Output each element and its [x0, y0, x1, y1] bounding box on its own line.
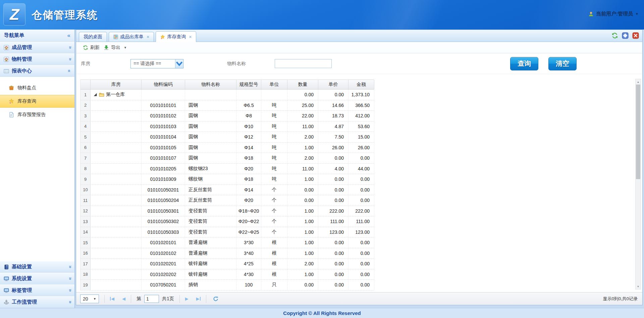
cell-unit-price: 0.00 [318, 280, 348, 290]
sidebar-item-3[interactable]: 库存预警报告 [0, 108, 74, 121]
material-name-input[interactable] [275, 59, 332, 68]
maximize-icon[interactable] [622, 32, 629, 39]
tab-refresh-button[interactable] [611, 32, 618, 40]
sidebar-group-label: 系统设置 [12, 275, 32, 282]
sidebar-group-4[interactable]: 工作流管理« [0, 296, 74, 308]
sidebar-item-label: 库存查询 [17, 98, 36, 104]
cell-unit: 吨 [261, 164, 287, 174]
tab-3[interactable]: 库存查询× [156, 31, 196, 42]
cell-warehouse: 第一仓库 [91, 90, 142, 100]
last-page-button[interactable]: ▶ [196, 296, 201, 301]
sidebar-group-label: 物料管理 [12, 56, 32, 62]
cell-unit: 只 [261, 280, 287, 290]
table-row[interactable]: 170101020201镀锌扁钢4*25根2.000.000.00 [80, 259, 374, 269]
table-row[interactable]: 160101020102普通扁钢3*40根1.000.000.00 [80, 248, 374, 259]
tab-2[interactable]: 成品出库单× [109, 32, 154, 42]
row-number-cell: 15 [80, 237, 91, 248]
table-row[interactable]: 150101020101普通扁钢3*30根1.000.000.00 [80, 237, 374, 248]
table-row[interactable]: 40101010103圆钢Φ10吨11.004.8753.60 [80, 121, 374, 132]
cell-spec: Φ10 [236, 121, 261, 132]
cell-spec: Φ18 [236, 174, 261, 184]
sidebar-item-2[interactable]: 库存查询 [0, 95, 74, 108]
close-icon[interactable]: × [189, 34, 192, 40]
tab-1[interactable]: 我的桌面 [79, 32, 107, 42]
table-row[interactable]: 12010101050301变径套筒Φ18~Φ20个1.00222.00222.… [80, 206, 374, 217]
table-row[interactable]: 10010101050201正反丝套筒Φ14个0.000.000.00 [80, 185, 374, 196]
folder-icon [99, 92, 104, 97]
table-row[interactable]: 190107050201插销100只0.000.000.00 [80, 280, 374, 290]
cell-unit: 吨 [261, 132, 287, 142]
cell-quantity: 1.00 [287, 227, 318, 237]
table-row[interactable]: 180101020202镀锌扁钢4*30根1.000.000.00 [80, 269, 374, 280]
column-header[interactable]: 单价 [318, 80, 348, 89]
current-user-menu[interactable]: 当前用户:管理员 ▼ [588, 11, 639, 17]
sidebar-item-label: 库存预警报告 [17, 112, 46, 118]
sidebar-group-3[interactable]: 报表中心« [0, 65, 74, 77]
table-row[interactable]: 13010101050302变径套筒Φ20~Φ22个1.00111.00111.… [80, 216, 374, 227]
box-icon [9, 85, 14, 91]
clear-button[interactable]: 清空 [548, 57, 577, 70]
warehouse-select[interactable]: == 请选择 == [130, 59, 183, 68]
sidebar-title-bar: 导航菜单 « [0, 30, 74, 42]
first-page-button[interactable]: ◀ [110, 296, 114, 301]
column-header[interactable]: 物料名称 [185, 80, 236, 89]
close-icon[interactable]: × [147, 34, 149, 40]
search-button[interactable]: 查询 [510, 57, 538, 70]
sidebar-group-1[interactable]: 成品管理« [0, 42, 74, 53]
refresh-icon[interactable] [611, 32, 618, 39]
table-row[interactable]: 1第一仓库0.000.001,373.10 [80, 90, 374, 100]
table-region: 库房物料编码物料名称规格型号单位数量单价金额 1第一仓库0.000.001,37… [76, 74, 642, 292]
sidebar-group-1[interactable]: 基础设置« [0, 261, 74, 273]
double-chevron-left-icon[interactable]: « [67, 32, 70, 39]
column-header[interactable]: 金额 [348, 80, 374, 89]
table-row[interactable]: 50101010104圆钢Φ12吨2.007.5015.00 [80, 132, 374, 143]
cell-amount: 111.00 [348, 216, 374, 227]
refresh-button[interactable]: 刷新 [81, 44, 102, 52]
table-row[interactable]: 11010101050204正反丝套筒Φ20个0.000.000.00 [80, 195, 374, 206]
cell-material-name: 正反丝套筒 [185, 185, 236, 195]
cell-spec: 4*25 [236, 259, 261, 269]
cell-amount: 0.00 [348, 153, 374, 163]
table-row[interactable]: 80101010205螺纹钢23Φ20吨11.004.0044.00 [80, 164, 374, 174]
cell-unit-price: 0.00 [318, 185, 348, 195]
column-header[interactable]: 规格型号 [236, 80, 261, 89]
row-number-cell: 4 [80, 121, 91, 132]
column-header[interactable]: 库房 [91, 80, 142, 89]
sidebar-group-3[interactable]: 标签管理« [0, 284, 74, 296]
cell-material-code: 010101050302 [142, 216, 185, 227]
cell-spec: Φ6.5 [236, 100, 261, 111]
select-arrow-icon[interactable] [175, 59, 183, 68]
sidebar-item-1[interactable]: 物料盘点 [0, 82, 74, 94]
close-tab-panel-button[interactable] [632, 32, 639, 40]
scrollbar-thumb[interactable] [636, 85, 640, 179]
table-row[interactable]: 14010101050303变径套筒Φ22~Φ25个1.00123.00123.… [80, 227, 374, 238]
table-row[interactable]: 90101010309螺纹钢Φ18吨1.000.000.00 [80, 174, 374, 185]
export-button[interactable]: 导出 ▼ [102, 44, 129, 52]
table-row[interactable]: 70101010107圆钢Φ18吨2.000.000.00 [80, 153, 374, 164]
prev-page-button[interactable]: ◀ [122, 296, 125, 301]
table-row[interactable]: 60101010105圆钢Φ14吨1.0026.0026.00 [80, 143, 374, 153]
scroll-down-arrow-icon[interactable]: ▼ [636, 284, 641, 289]
table-row[interactable]: 20101010101圆钢Φ6.5吨25.0014.66366.50 [80, 100, 374, 111]
cell-material-name: 圆钢 [185, 132, 236, 142]
double-chevron-down-icon: « [66, 58, 72, 60]
sidebar-group-2[interactable]: 物料管理« [0, 53, 74, 65]
column-header[interactable]: 物料编码 [142, 80, 185, 89]
scroll-up-arrow-icon[interactable]: ▲ [636, 79, 641, 85]
close-box-icon[interactable] [632, 32, 639, 39]
cell-amount: 0.00 [348, 174, 374, 184]
home-icon [4, 57, 9, 62]
table-row[interactable]: 30101010102圆钢Φ8吨22.0018.73412.00 [80, 111, 374, 121]
sidebar-group-2[interactable]: 系统设置« [0, 273, 74, 284]
cell-warehouse [91, 132, 142, 142]
page-size-select[interactable]: 20 ▼ [80, 295, 99, 303]
maximize-button[interactable] [622, 32, 629, 40]
reload-icon[interactable] [213, 296, 218, 302]
toolbar: 刷新 导出 ▼ [76, 42, 642, 53]
page-number-input[interactable] [144, 295, 159, 303]
cell-unit: 个 [261, 206, 287, 216]
next-page-button[interactable]: ▶ [185, 296, 189, 301]
cell-material-name: 圆钢 [185, 111, 236, 121]
column-header[interactable]: 单位 [261, 80, 287, 89]
column-header[interactable]: 数量 [287, 80, 318, 89]
